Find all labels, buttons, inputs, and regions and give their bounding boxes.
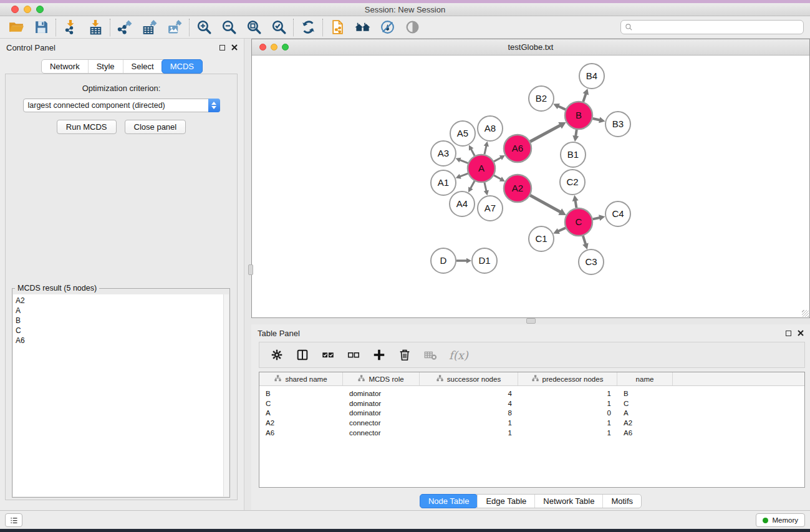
node-D[interactable]: D — [431, 248, 456, 273]
edge-C-C3 — [582, 236, 589, 249]
column-header-name[interactable]: name — [617, 372, 673, 385]
tab-style[interactable]: Style — [88, 60, 123, 73]
node-C2[interactable]: C2 — [560, 170, 585, 195]
zoom-window-button[interactable] — [36, 6, 44, 13]
zoom-fit-icon[interactable] — [245, 19, 263, 36]
node-A2[interactable]: A2 — [504, 175, 531, 202]
column-header-shared-name[interactable]: shared name — [259, 372, 343, 385]
node-A8[interactable]: A8 — [478, 116, 503, 141]
zoom-selected-icon[interactable] — [270, 19, 287, 36]
refresh-layout-icon[interactable] — [299, 19, 317, 36]
zoom-out-icon[interactable] — [220, 19, 238, 36]
homes-icon[interactable] — [354, 19, 371, 36]
column-header-mcds-role[interactable]: MCDS role — [343, 372, 420, 385]
node-C[interactable]: C — [565, 208, 592, 236]
memory-button[interactable]: Memory — [756, 513, 805, 527]
tab-network[interactable]: Network — [42, 60, 88, 73]
result-item[interactable]: C — [16, 326, 223, 336]
columns-icon[interactable] — [296, 348, 309, 362]
result-item[interactable]: A — [16, 306, 223, 316]
export-table-icon[interactable] — [141, 19, 158, 36]
close-table-panel-icon[interactable] — [798, 329, 804, 338]
table-row[interactable]: A6connector11A6 — [259, 428, 804, 438]
svg-text:A5: A5 — [457, 128, 468, 138]
horizontal-splitter-grip[interactable] — [526, 318, 536, 324]
node-A7[interactable]: A7 — [478, 196, 503, 221]
add-icon[interactable] — [372, 348, 386, 362]
node-C3[interactable]: C3 — [579, 249, 604, 274]
result-item[interactable]: A6 — [16, 336, 223, 346]
node-A5[interactable]: A5 — [450, 121, 475, 146]
node-B3[interactable]: B3 — [605, 112, 630, 137]
table-tab-node-table[interactable]: Node Table — [420, 494, 478, 508]
deselect-all-icon[interactable] — [347, 348, 360, 362]
search-input[interactable] — [635, 23, 803, 32]
vertical-splitter-grip[interactable] — [248, 264, 253, 275]
network-minimize-button[interactable] — [271, 44, 277, 51]
export-network-icon[interactable] — [116, 19, 133, 36]
table-cell: B — [617, 390, 673, 397]
table-row[interactable]: Adominator80A — [259, 408, 804, 418]
node-B2[interactable]: B2 — [529, 86, 554, 111]
table-tab-network-table[interactable]: Network Table — [534, 495, 602, 508]
node-A[interactable]: A — [468, 155, 495, 182]
result-item[interactable]: A2 — [16, 296, 223, 306]
zoom-in-icon[interactable] — [195, 19, 213, 36]
table-tab-motifs[interactable]: Motifs — [602, 495, 641, 508]
export-image-icon[interactable] — [166, 19, 183, 36]
node-A1[interactable]: A1 — [431, 170, 456, 195]
table-tab-edge-table[interactable]: Edge Table — [477, 495, 534, 508]
edge-A6-B — [530, 122, 566, 142]
node-B[interactable]: B — [565, 102, 592, 129]
node-B1[interactable]: B1 — [561, 142, 586, 167]
network-canvas[interactable]: B4B2BB3A5A8A6B1A3AA1C2A2A4A7C4CC1C3DD1 — [252, 56, 809, 317]
edge-A-A5 — [469, 145, 475, 156]
node-C1[interactable]: C1 — [529, 226, 554, 251]
table-cell: 1 — [420, 419, 518, 427]
import-table-icon[interactable] — [87, 19, 104, 36]
search-field[interactable] — [620, 20, 804, 34]
network-zoom-button[interactable] — [282, 44, 289, 51]
close-panel-icon[interactable] — [231, 43, 238, 52]
annotation-icon[interactable] — [378, 19, 396, 36]
close-window-button[interactable] — [11, 6, 19, 13]
minimize-window-button[interactable] — [24, 6, 31, 13]
result-item[interactable]: B — [16, 316, 223, 326]
delete-table-icon[interactable] — [423, 348, 437, 362]
table-cell: 8 — [420, 409, 518, 417]
table-row[interactable]: Bdominator41B — [259, 389, 804, 399]
task-history-button[interactable] — [5, 513, 22, 527]
node-A4[interactable]: A4 — [450, 191, 475, 216]
float-table-panel-icon[interactable] — [786, 331, 791, 336]
node-D1[interactable]: D1 — [472, 248, 497, 273]
column-label: predecessor nodes — [542, 375, 604, 383]
close-panel-button[interactable]: Close panel — [125, 120, 186, 134]
network-close-button[interactable] — [259, 44, 266, 51]
table-row[interactable]: A2connector11A2 — [259, 418, 804, 428]
node-A6[interactable]: A6 — [504, 135, 531, 162]
svg-text:C4: C4 — [612, 208, 624, 219]
result-scrollbar[interactable] — [223, 294, 229, 496]
tab-select[interactable]: Select — [123, 60, 162, 73]
settings-icon[interactable] — [270, 348, 284, 362]
node-C4[interactable]: C4 — [605, 201, 630, 226]
float-panel-icon[interactable] — [219, 45, 225, 51]
open-folder-icon[interactable] — [7, 19, 25, 36]
function-icon[interactable]: f(x) — [449, 349, 468, 362]
tab-mcds[interactable]: MCDS — [162, 59, 203, 74]
select-all-icon[interactable] — [321, 348, 335, 362]
delete-icon[interactable] — [398, 348, 412, 362]
eye-icon[interactable] — [403, 19, 421, 36]
save-icon[interactable] — [32, 19, 50, 36]
toolbar-group — [195, 19, 287, 36]
resize-grip-icon[interactable] — [802, 310, 809, 317]
column-header-successor-nodes[interactable]: successor nodes — [420, 372, 518, 385]
column-header-predecessor-nodes[interactable]: predecessor nodes — [518, 372, 617, 385]
run-mcds-button[interactable]: Run MCDS — [57, 120, 117, 134]
table-row[interactable]: Cdominator41C — [259, 399, 804, 409]
network-file-icon[interactable] — [329, 19, 346, 36]
node-B4[interactable]: B4 — [579, 64, 604, 89]
node-A3[interactable]: A3 — [431, 141, 456, 166]
criterion-dropdown[interactable]: largest connected component (directed) — [23, 99, 220, 112]
import-network-icon[interactable] — [62, 19, 79, 36]
